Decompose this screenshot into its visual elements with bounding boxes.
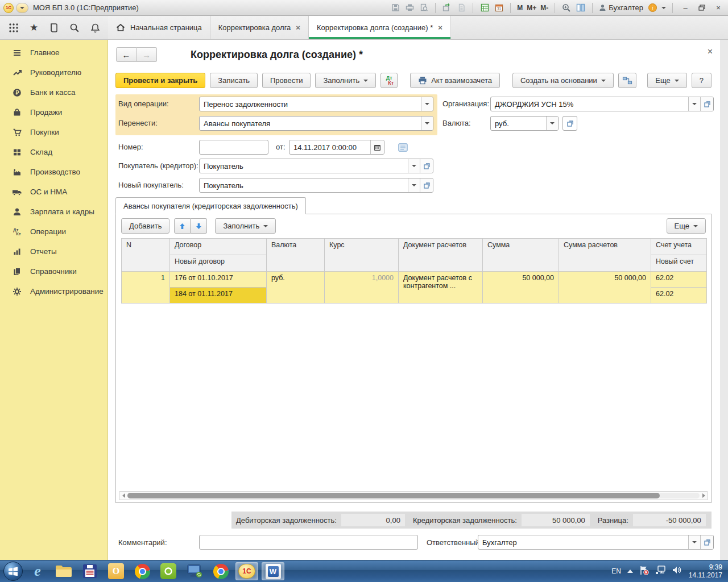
taskbar-1c-icon[interactable]: 1С: [235, 562, 258, 580]
print-icon[interactable]: [404, 3, 415, 13]
add-row-button[interactable]: Добавить: [121, 218, 169, 234]
cell-new-account[interactable]: 62.02: [651, 288, 707, 304]
sidebar-item-operacii[interactable]: ДтКт Операции: [0, 222, 107, 242]
col-header-settlement-doc[interactable]: Документ расчетов: [399, 239, 483, 272]
post-and-close-button[interactable]: Провести и закрыть: [115, 73, 205, 88]
sidebar-item-prodazhi[interactable]: Продажи: [0, 102, 107, 122]
sidebar-item-glavnoe[interactable]: Главное: [0, 43, 107, 63]
open-icon[interactable]: [700, 97, 713, 111]
zoom-icon[interactable]: [561, 3, 572, 13]
close-window-button[interactable]: ×: [712, 3, 725, 13]
date-field[interactable]: 14.11.2017 0:00:00: [289, 140, 384, 155]
cell-rate[interactable]: 1,0000: [325, 272, 399, 304]
system-menu-button[interactable]: [16, 3, 28, 13]
taskbar-explorer-icon[interactable]: [52, 562, 75, 580]
taskbar-word-icon[interactable]: W: [262, 562, 284, 580]
col-header-sum-calc[interactable]: Сумма расчетов: [559, 239, 651, 272]
current-user[interactable]: Бухгалтер: [599, 3, 643, 12]
sidebar-item-spravochniki[interactable]: Справочники: [0, 261, 107, 281]
open-icon[interactable]: [420, 159, 433, 173]
move-row-up-button[interactable]: [174, 218, 191, 234]
dropdown-icon[interactable]: [688, 535, 700, 549]
scrollbar-thumb[interactable]: [127, 493, 660, 498]
tab-close-icon[interactable]: ×: [296, 24, 300, 31]
col-header-n[interactable]: N: [122, 239, 170, 272]
tray-expand-icon[interactable]: [627, 569, 633, 573]
language-indicator[interactable]: EN: [611, 567, 621, 575]
dropdown-icon[interactable]: [546, 117, 558, 130]
dropdown-icon[interactable]: [408, 178, 420, 192]
col-header-sum[interactable]: Сумма: [483, 239, 559, 272]
dt-kt-postings-button[interactable]: ДтКт: [380, 73, 398, 88]
move-row-down-button[interactable]: [191, 218, 207, 234]
taskbar-chrome-icon[interactable]: [131, 562, 154, 580]
dropdown-icon[interactable]: [421, 97, 433, 111]
sidebar-item-os-i-nma[interactable]: ОС и НМА: [0, 182, 107, 202]
open-icon[interactable]: [420, 178, 433, 192]
nav-forward-button[interactable]: →: [136, 47, 157, 62]
favorites-icon[interactable]: ★: [30, 23, 38, 32]
taskbar-save-app-icon[interactable]: [78, 562, 101, 580]
sidebar-item-otchety[interactable]: Отчеты: [0, 242, 107, 261]
comment-input[interactable]: [199, 535, 418, 550]
col-header-new-contract[interactable]: Новый договор: [170, 255, 267, 272]
currency-field[interactable]: руб.: [490, 116, 559, 131]
minimize-button[interactable]: –: [679, 3, 692, 13]
taskbar-chrome2-icon[interactable]: [209, 562, 232, 580]
post-button[interactable]: Провести: [262, 73, 311, 88]
cell-new-contract-selected[interactable]: 184 от 01.11.2017: [170, 288, 267, 304]
grid-tab-advances[interactable]: Авансы покупателя (кредиторская задолжен…: [115, 197, 306, 214]
sidebar-item-zarplata-i-kadry[interactable]: Зарплата и кадры: [0, 202, 107, 222]
cell-n[interactable]: 1: [122, 272, 170, 304]
memory-m-plus-button[interactable]: M+: [527, 4, 536, 12]
nav-back-button[interactable]: ←: [116, 47, 136, 62]
new-buyer-field[interactable]: Покупатель: [199, 178, 433, 193]
tab-korrektirovka-dolga-sozdanie[interactable]: Корректировка долга (создание) * ×: [309, 16, 451, 39]
dropdown-icon[interactable]: [688, 97, 700, 111]
volume-icon[interactable]: [672, 566, 682, 577]
scroll-right-icon[interactable]: [700, 493, 708, 498]
create-based-on-button[interactable]: Создать на основании: [512, 73, 614, 88]
notifications-bell-icon[interactable]: [90, 23, 100, 33]
calendar-picker-icon[interactable]: [370, 140, 384, 154]
sidebar-item-pokupki[interactable]: Покупки: [0, 122, 107, 142]
col-header-account[interactable]: Счет учета: [651, 239, 707, 255]
taskbar-remote-desktop-icon[interactable]: [183, 562, 206, 580]
save-button[interactable]: Записать: [210, 73, 258, 88]
cell-contract[interactable]: 176 от 01.10.2017: [170, 272, 267, 288]
help-button[interactable]: ?: [692, 73, 712, 88]
cell-settlement-doc[interactable]: Документ расчетов с контрагентом ...: [399, 272, 483, 304]
taskbar-ie-icon[interactable]: e: [26, 562, 49, 580]
save-icon[interactable]: [390, 3, 400, 13]
dropdown-icon[interactable]: [421, 117, 433, 130]
grid-fill-button[interactable]: Заполнить: [215, 218, 276, 234]
sidebar-item-bank-i-kassa[interactable]: Банк и касса: [0, 82, 107, 102]
cell-sum-calc[interactable]: 50 000,00: [559, 272, 651, 304]
send-exchange-icon[interactable]: [442, 3, 452, 13]
sidebar-item-sklad[interactable]: Склад: [0, 142, 107, 162]
print-preview-icon[interactable]: [419, 3, 429, 13]
form-close-icon[interactable]: ×: [708, 47, 713, 56]
grid-more-button[interactable]: Еще: [667, 218, 706, 234]
col-header-rate[interactable]: Курс: [325, 239, 399, 272]
clock[interactable]: 9:39 14.11.2017: [689, 563, 722, 579]
taskbar-outlook-icon[interactable]: O: [105, 562, 127, 580]
table-row[interactable]: 1 176 от 01.10.2017 руб. 1,0000 Документ…: [122, 272, 707, 288]
document-list-icon[interactable]: [397, 142, 408, 153]
restore-button[interactable]: [696, 3, 708, 13]
sidebar-item-proizvodstvo[interactable]: Производство: [0, 162, 107, 182]
col-header-contract[interactable]: Договор: [170, 239, 267, 255]
sidebar-item-administrirovanie[interactable]: Администрирование: [0, 281, 107, 301]
dropdown-icon[interactable]: [408, 159, 420, 173]
col-header-new-account[interactable]: Новый счет: [651, 255, 707, 272]
transfer-field[interactable]: Авансы покупателя: [199, 116, 433, 131]
history-icon[interactable]: [49, 23, 59, 33]
number-field[interactable]: [199, 140, 268, 155]
cell-account[interactable]: 62.02: [651, 272, 707, 288]
cell-currency[interactable]: руб.: [267, 272, 325, 304]
organization-field[interactable]: ДЖОРДЖИЯ УСН 15%: [490, 97, 714, 111]
all-functions-icon[interactable]: [9, 23, 19, 33]
scroll-left-icon[interactable]: [119, 493, 127, 498]
calculator-icon[interactable]: [479, 3, 490, 13]
more-button[interactable]: Еще: [647, 73, 686, 88]
